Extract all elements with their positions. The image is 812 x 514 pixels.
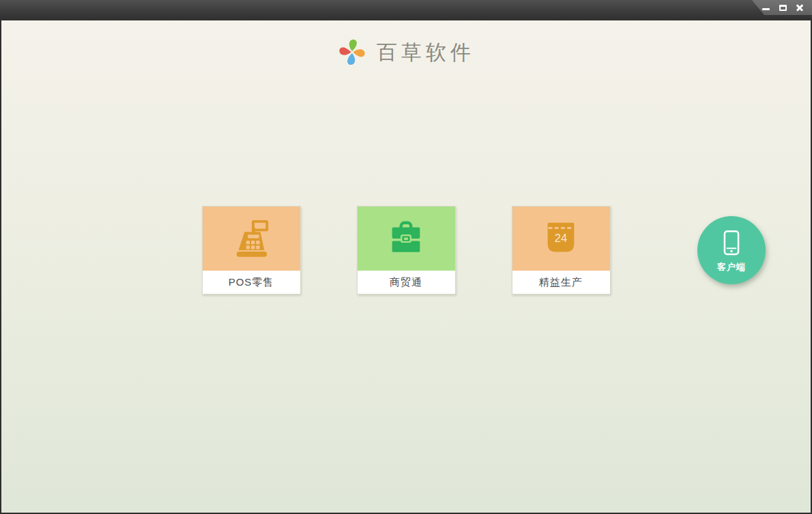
logo-petal-bottom	[347, 53, 355, 65]
logo-petal-top	[349, 40, 357, 51]
calendar-icon: 24	[540, 217, 582, 260]
product-card-trade[interactable]: 商贸通	[357, 206, 456, 294]
client-app-button[interactable]: 客户端	[697, 216, 766, 284]
main-area: 百草软件	[0, 20, 812, 514]
logo-petal-right	[353, 49, 365, 57]
app-window: 百草软件	[0, 0, 812, 514]
window-controls	[752, 0, 812, 15]
card-label: POS零售	[203, 271, 300, 294]
card-icon-area	[203, 207, 300, 271]
card-label: 精益生产	[512, 271, 610, 294]
card-icon-area	[358, 207, 455, 271]
titlebar[interactable]	[0, 0, 812, 20]
product-card-pos[interactable]: POS零售	[202, 206, 301, 294]
maximize-button[interactable]	[777, 2, 788, 13]
pinwheel-logo-icon	[337, 37, 367, 68]
smartphone-icon	[717, 229, 746, 260]
briefcase-icon	[385, 217, 427, 260]
card-label: 商贸通	[358, 271, 455, 294]
brand-header: 百草软件	[1, 37, 811, 68]
product-cards: POS零售 商贸通	[1, 206, 811, 294]
calendar-day-number: 24	[555, 232, 567, 244]
product-card-lean[interactable]: 24 精益生产	[512, 206, 611, 294]
logo-petal-left	[339, 48, 351, 55]
minimize-icon	[762, 8, 770, 10]
app-title: 百草软件	[377, 39, 475, 67]
client-button-label: 客户端	[717, 261, 746, 273]
minimize-button[interactable]	[760, 2, 771, 13]
close-button[interactable]	[794, 2, 805, 13]
close-icon	[796, 3, 804, 12]
card-icon-area: 24	[512, 207, 610, 271]
maximize-icon	[779, 5, 787, 11]
cash-register-icon	[230, 217, 272, 260]
